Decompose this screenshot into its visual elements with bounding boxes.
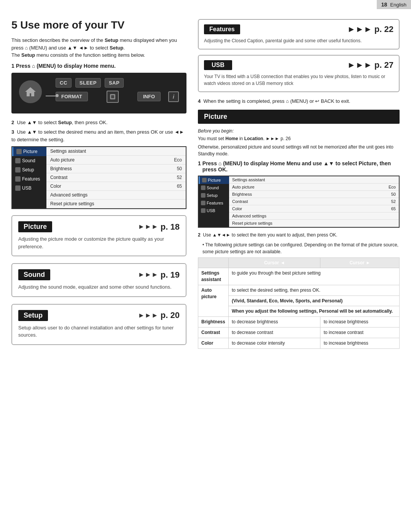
r-menu-item-auto[interactable]: Auto pictureEco (229, 184, 399, 191)
intro-paragraph: This section describes the overview of t… (11, 37, 186, 59)
before-begin-label: Before you begin: (198, 128, 400, 134)
step1-label: 1 Press ⌂ (MENU) to display Home menu. (11, 63, 186, 69)
pic-step2: 2 Use ▲▼◄► to select the item you want t… (198, 232, 400, 238)
page-arrow-setup-icon: ►►► (138, 312, 158, 320)
card-sound-label: Sound (18, 269, 50, 280)
step4-text: 4 When the setting is completed, press ⌂… (198, 97, 400, 105)
card-setup-desc: Setup allows user to do channel installa… (18, 324, 180, 339)
pic-step1-text: Press ⌂ (MENU) to display Home Menu and … (202, 160, 400, 173)
features-page: ►►► p. 22 (347, 24, 393, 34)
menu-item-advanced[interactable]: Advanced settings (46, 191, 186, 200)
svg-rect-1 (111, 95, 114, 98)
card-picture: Picture ►►► p. 18 Adjusting the picture … (11, 215, 186, 256)
r-menu-item-advanced[interactable]: Advanced settings (229, 212, 399, 220)
r-menu-item-brightness[interactable]: Brightness50 (229, 191, 399, 198)
bullet1: • The following picture settings can be … (202, 241, 400, 255)
card-setup-label: Setup (18, 310, 48, 321)
before-text2: Otherwise, personalized picture and soun… (198, 144, 400, 157)
table-row-auto-picture-sub2: When you adjust the following settings, … (198, 306, 400, 317)
setup-icon (15, 167, 21, 173)
usb-icon (15, 185, 21, 191)
card-sound-page: ►►► p. 19 (138, 270, 180, 280)
cell-brightness-label: Brightness (198, 317, 229, 328)
features-icon (15, 176, 21, 182)
page-content: 5 Use more of your TV This section descr… (0, 0, 411, 363)
sleep-button[interactable]: SLEEP (75, 78, 101, 88)
table-row-brightness: Brightness to decrease brightness to inc… (198, 317, 400, 328)
step1-text: Press ⌂ (MENU) to display Home menu. (16, 63, 116, 69)
features-title-bar: Features ►►► p. 22 (204, 24, 393, 34)
cell-auto-desc1: to select the desired setting, then pres… (229, 285, 400, 296)
card-picture-desc: Adjusting the picture mode or customize … (18, 235, 180, 250)
cell-brightness-right: to increase brightness (320, 317, 400, 328)
chapter-title: Use more of your TV (20, 19, 124, 31)
table-row-auto-picture: Auto picture to select the desired setti… (198, 285, 400, 296)
left-menu-sidebar: Picture Sound Setup Features (12, 147, 46, 208)
r-sidebar-item-sound[interactable]: Sound (199, 184, 229, 192)
r-menu-item-reset[interactable]: Reset picture settings (229, 220, 399, 227)
usb-desc: Your TV is fitted with a USB connection … (204, 73, 393, 87)
r-sidebar-item-picture[interactable]: Picture (199, 176, 229, 184)
card-sound-title-bar: Sound ►►► p. 19 (18, 269, 180, 280)
cell-color-right: to increase brightness (320, 338, 400, 348)
card-picture-label: Picture (18, 221, 52, 232)
menu-item-reset[interactable]: Reset picture settings (46, 200, 186, 208)
menu-item-color[interactable]: Color65 (46, 182, 186, 191)
home-menu-buttons: CC SLEEP SAP FORMAT INFO i (56, 78, 179, 106)
sidebar-item-sound[interactable]: Sound (12, 156, 46, 165)
sidebar-item-usb[interactable]: USB (12, 184, 46, 193)
r-sidebar-item-features[interactable]: Features (199, 199, 229, 207)
sap-button[interactable]: SAP (105, 78, 124, 88)
card-setup: Setup ►►► p. 20 Setup allows user to do … (11, 304, 186, 345)
step2-text: 2 Use ▲▼ to select Setup, then press OK. (11, 119, 186, 126)
page-arrow-sound-icon: ►►► (138, 271, 158, 279)
before-text1: You must set Home in Location. ►►► p. 26 (198, 135, 400, 142)
center-icon (107, 91, 119, 103)
right-menu-main: Settings assistant Auto pictureEco Brigh… (229, 176, 399, 227)
chapter-heading: 5 Use more of your TV (11, 19, 186, 31)
r-menu-item-contrast[interactable]: Contrast52 (229, 198, 399, 205)
cell-contrast-label: Contrast (198, 328, 229, 338)
usb-box: USB ►►► p. 27 Your TV is fitted with a U… (198, 55, 400, 92)
r-sidebar-item-usb[interactable]: USB (199, 207, 229, 214)
cell-auto-label: Auto picture (198, 285, 229, 316)
info-button[interactable]: INFO (137, 92, 161, 101)
page-number: 18 (381, 2, 387, 8)
sidebar-item-features[interactable]: Features (12, 174, 46, 184)
r-usb-icon (201, 208, 206, 213)
menu-item-contrast[interactable]: Contrast52 (46, 173, 186, 182)
card-setup-title-bar: Setup ►►► p. 20 (18, 310, 180, 321)
right-column: Features ►►► p. 22 Adjusting the Closed … (198, 19, 400, 352)
i-icon: i (168, 91, 179, 102)
left-column: 5 Use more of your TV This section descr… (11, 19, 186, 352)
sidebar-item-picture[interactable]: Picture (12, 147, 46, 156)
card-setup-page: ►►► p. 20 (138, 310, 180, 320)
usb-title-bar: USB ►►► p. 27 (204, 60, 393, 70)
card-sound-desc: Adjusting the sound mode, equalizer and … (18, 283, 180, 291)
table-row-contrast: Contrast to decrease contrast to increas… (198, 328, 400, 338)
r-menu-item-settings[interactable]: Settings assistant (229, 176, 399, 184)
right-menu-sidebar: Picture Sound Setup Features (199, 176, 229, 227)
left-menu-main: Settings assistant Auto pictureEco Brigh… (46, 147, 186, 208)
r-sound-icon (201, 185, 206, 190)
menu-item-brightness[interactable]: Brightness50 (46, 165, 186, 173)
format-button[interactable]: FORMAT (56, 92, 88, 101)
features-box: Features ►►► p. 22 Adjusting the Closed … (198, 19, 400, 50)
table-col-cursor-right: Cursor ► (320, 257, 400, 268)
r-menu-item-color[interactable]: Color65 (229, 205, 399, 212)
sound-icon (15, 158, 21, 163)
card-picture-title-bar: Picture ►►► p. 18 (18, 221, 180, 232)
page-arrow-icon: ►►► (138, 223, 158, 231)
sidebar-item-setup[interactable]: Setup (12, 165, 46, 174)
features-label: Features (204, 24, 240, 34)
menu-item-auto-picture[interactable]: Auto pictureEco (46, 156, 186, 165)
home-icon-circle (19, 80, 42, 103)
usb-arrow-icon: ►►► (347, 60, 372, 70)
table-row-settings-assistant: Settings assistant to guide you through … (198, 268, 400, 285)
card-sound: Sound ►►► p. 19 Adjusting the sound mode… (11, 263, 186, 297)
r-features-icon (201, 201, 206, 205)
r-sidebar-item-setup[interactable]: Setup (199, 192, 229, 199)
pic-step1-label: 1 Press ⌂ (MENU) to display Home Menu an… (198, 160, 400, 173)
cc-button[interactable]: CC (56, 78, 72, 88)
menu-item-settings-assistant[interactable]: Settings assistant (46, 147, 186, 156)
